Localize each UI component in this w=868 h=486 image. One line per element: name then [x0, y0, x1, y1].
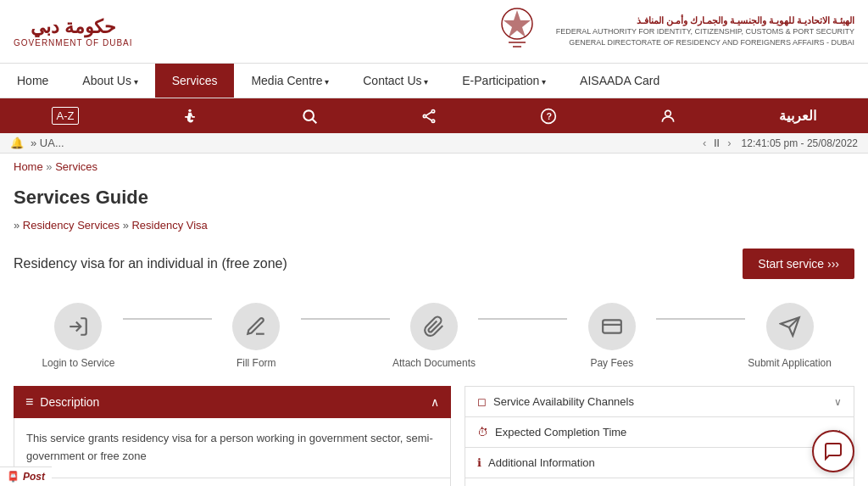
- user-icon: [659, 108, 676, 125]
- step-line-2: [301, 318, 390, 320]
- wheelchair-icon: [181, 108, 198, 125]
- ticker-time: 12:41:05 pm - 25/08/2022: [742, 137, 858, 149]
- related-services-header[interactable]: ⊞ Related Services ∨: [465, 478, 854, 486]
- news-ticker: 🔔 » UA... ‹ ⏸ › 12:41:05 pm - 25/08/2022: [0, 133, 868, 154]
- nav-about[interactable]: About Us: [65, 64, 154, 98]
- nav-media[interactable]: Media Centre: [234, 64, 346, 98]
- step-fees-icon: [588, 303, 636, 350]
- step-fees-label: Pay Fees: [590, 357, 633, 369]
- logo-english-text: GOVERNMENT OF DUBAI: [14, 38, 133, 47]
- page-title: Services Guide: [0, 180, 868, 219]
- step-fees: Pay Fees: [567, 303, 656, 369]
- step-submit: Submit Application: [745, 303, 834, 369]
- svg-line-11: [426, 116, 432, 120]
- availability-section: ◻ Service Availability Channels ∨: [465, 386, 854, 417]
- completion-section: ⏱ Expected Completion Time ∨: [465, 416, 854, 448]
- related-services-section: ⊞ Related Services ∨: [465, 478, 854, 486]
- service-breadcrumb: » Residency Services » Residency Visa: [0, 219, 868, 242]
- logo-arabic-text: حكومة دبي: [31, 16, 116, 38]
- service-breadcrumb-visa[interactable]: Residency Visa: [131, 219, 207, 232]
- svg-text:?: ?: [547, 111, 553, 121]
- arabic-toggle[interactable]: العربية: [769, 104, 826, 127]
- svg-point-7: [432, 109, 435, 112]
- step-login-icon: [54, 303, 102, 350]
- additional-info-header[interactable]: ℹ Additional Information ∨: [465, 448, 854, 478]
- step-submit-label: Submit Application: [748, 357, 832, 369]
- step-attach-icon: [410, 303, 458, 350]
- authority-arabic: الهيئـة الاتحاديـة للهويـة والجنسيـة وال…: [556, 15, 854, 26]
- nav-home[interactable]: Home: [0, 64, 65, 98]
- icon-toolbar: A-Z ? العربية: [0, 98, 868, 133]
- chat-button[interactable]: [812, 430, 854, 472]
- additional-info-icon: ℹ: [477, 456, 481, 469]
- description-chevron-up-icon: ∧: [431, 395, 439, 409]
- ticker-text: » UA...: [31, 137, 693, 149]
- availability-chevron-icon: ∨: [834, 396, 842, 408]
- ticker-pause-icon[interactable]: ⏸: [711, 137, 722, 149]
- availability-label: Service Availability Channels: [493, 395, 634, 408]
- completion-header[interactable]: ⏱ Expected Completion Time ∨: [465, 417, 854, 447]
- step-attach: Attach Documents: [390, 303, 479, 369]
- svg-point-4: [189, 109, 192, 111]
- breadcrumb-home[interactable]: Home: [14, 160, 43, 173]
- ticker-controls: ‹ ⏸ ›: [703, 137, 732, 149]
- step-submit-icon: [766, 303, 814, 350]
- requirements-header[interactable]: ≔ Requirments ∨: [14, 478, 450, 486]
- user-button[interactable]: [649, 104, 687, 128]
- authority-info: الهيئـة الاتحاديـة للهويـة والجنسيـة وال…: [556, 15, 854, 47]
- completion-icon: ⏱: [477, 426, 488, 439]
- step-form-icon: [232, 303, 280, 350]
- nav-eparticipation[interactable]: E-Participation: [445, 64, 563, 98]
- share-button[interactable]: [410, 104, 448, 128]
- wheelchair-button[interactable]: [171, 104, 209, 128]
- svg-line-6: [313, 119, 317, 123]
- breadcrumb: Home » Services: [0, 154, 868, 180]
- svg-point-5: [304, 110, 314, 120]
- left-panel: ≡ Description ∧ This service grants resi…: [14, 386, 451, 486]
- svg-rect-16: [603, 320, 621, 332]
- step-login-label: Login to Service: [42, 357, 114, 369]
- svg-point-14: [665, 110, 671, 116]
- help-icon: ?: [540, 108, 557, 125]
- availability-header[interactable]: ◻ Service Availability Channels ∨: [465, 387, 854, 416]
- search-button[interactable]: [291, 104, 328, 128]
- svg-point-8: [424, 115, 426, 117]
- completion-label: Expected Completion Time: [495, 426, 626, 439]
- start-service-button[interactable]: Start service: [743, 249, 854, 279]
- post-icon: 📮: [7, 471, 19, 483]
- dubai-logo: حكومة دبي GOVERNMENT OF DUBAI: [14, 16, 133, 47]
- authority-english-1: FEDERAL AUTHORITY FOR IDENTITY, CITIZENS…: [556, 26, 854, 37]
- accessibility-button[interactable]: A-Z: [42, 103, 90, 128]
- logo-area: حكومة دبي GOVERNMENT OF DUBAI: [14, 16, 133, 47]
- ticker-prev-icon[interactable]: ‹: [703, 137, 706, 149]
- step-attach-label: Attach Documents: [392, 357, 476, 369]
- share-icon: [420, 108, 437, 125]
- accessibility-post-bar: 📮 Post: [0, 466, 52, 486]
- nav-contact[interactable]: Contact Us: [346, 64, 445, 98]
- svg-line-10: [426, 112, 432, 115]
- description-label: Description: [40, 395, 99, 409]
- authority-english-2: GENERAL DIRECTORATE OF RESIDENCY AND FOR…: [556, 37, 854, 48]
- nav-aisaada[interactable]: AISAADA Card: [563, 64, 676, 98]
- description-section: ≡ Description ∧ This service grants resi…: [14, 386, 451, 478]
- service-breadcrumb-residency[interactable]: Residency Services: [23, 219, 120, 232]
- help-button[interactable]: ?: [530, 104, 567, 128]
- authority-logo: [492, 7, 542, 56]
- site-header: حكومة دبي GOVERNMENT OF DUBAI الهيئـة ال…: [0, 0, 868, 64]
- svg-point-9: [432, 120, 435, 122]
- additional-info-label: Additional Information: [488, 456, 595, 469]
- step-form: Fill Form: [212, 303, 301, 369]
- service-steps: Login to Service Fill Form Attach Docume…: [0, 286, 868, 386]
- breadcrumb-services[interactable]: Services: [55, 160, 97, 173]
- step-line-4: [656, 318, 745, 320]
- requirements-section: ≔ Requirments ∨: [14, 478, 451, 486]
- service-title: Residency visa for an individual in (fre…: [14, 256, 287, 271]
- description-text: This service grants residency visa for a…: [26, 430, 438, 466]
- description-icon: ≡: [25, 394, 33, 410]
- availability-icon: ◻: [477, 395, 487, 408]
- nav-services[interactable]: Services: [155, 64, 235, 98]
- description-header[interactable]: ≡ Description ∧: [14, 386, 451, 418]
- step-form-label: Fill Form: [236, 357, 276, 369]
- service-header: Residency visa for an individual in (fre…: [0, 242, 868, 286]
- ticker-next-icon[interactable]: ›: [727, 137, 731, 149]
